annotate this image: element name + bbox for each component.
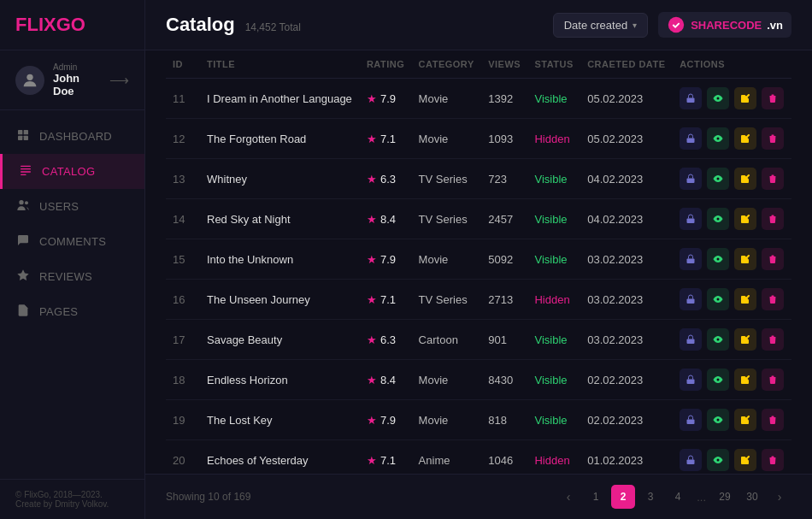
pages-icon: [15, 304, 31, 320]
table-footer: Showing 10 of 169 ‹ 1 2 3 4 ... 29 30 ›: [145, 474, 812, 519]
rating-value: 7.9: [380, 92, 396, 105]
lock-button[interactable]: [680, 127, 702, 150]
cell-category: TV Series: [412, 199, 482, 239]
page-2-button[interactable]: 2: [611, 485, 635, 509]
sidebar-item-dashboard[interactable]: DASHBOARD: [0, 119, 144, 154]
svg-rect-15: [687, 139, 695, 144]
page-1-button[interactable]: 1: [584, 485, 608, 509]
view-button[interactable]: [707, 127, 729, 150]
col-status: STATUS: [527, 50, 580, 79]
next-page-button[interactable]: ›: [768, 485, 791, 509]
sidebar-item-catalog[interactable]: CATALOG: [0, 154, 144, 189]
lock-button[interactable]: [680, 87, 702, 109]
showing-text: Showing 10 of 169: [166, 491, 250, 503]
delete-button[interactable]: [762, 87, 784, 109]
top-bar: Catalog 14,452 Total Date created ▾ SHAR…: [145, 0, 812, 50]
edit-button[interactable]: [734, 248, 756, 270]
view-button[interactable]: [707, 369, 729, 391]
user-info: Admin John Doe: [53, 62, 101, 97]
table-row: 15 Into the Unknown ★ 7.9 Movie 5092 Vis…: [166, 239, 791, 280]
lock-button[interactable]: [680, 288, 702, 310]
edit-button[interactable]: [734, 208, 756, 230]
svg-rect-25: [687, 339, 695, 345]
page-ellipsis: ...: [693, 491, 709, 504]
lock-button[interactable]: [680, 449, 702, 471]
edit-button[interactable]: [734, 127, 756, 150]
pagination: ‹ 1 2 3 4 ... 29 30 ›: [556, 485, 791, 509]
rating-value: 7.1: [380, 133, 396, 145]
svg-point-0: [26, 74, 32, 80]
cell-category: Cartoon: [412, 320, 482, 360]
delete-button[interactable]: [762, 168, 784, 190]
svg-rect-5: [21, 166, 31, 167]
svg-rect-13: [687, 98, 695, 103]
date-filter-button[interactable]: Date created ▾: [553, 13, 648, 38]
cell-category: Anime: [412, 440, 482, 475]
edit-button[interactable]: [734, 369, 756, 391]
sidebar-item-users[interactable]: USERS: [0, 189, 144, 224]
cell-category: Movie: [412, 400, 482, 440]
lock-button[interactable]: [680, 208, 702, 230]
delete-button[interactable]: [762, 248, 784, 270]
view-button[interactable]: [707, 449, 729, 471]
view-button[interactable]: [707, 168, 729, 190]
view-button[interactable]: [707, 208, 729, 230]
lock-button[interactable]: [680, 369, 702, 391]
cell-rating: ★ 8.4: [360, 199, 412, 239]
sidebar-item-comments[interactable]: COMMENTS: [0, 224, 144, 259]
cell-status: Hidden: [527, 440, 580, 475]
table-row: 19 The Lost Key ★ 7.9 Movie 818 Visible …: [166, 400, 791, 440]
edit-button[interactable]: [734, 328, 756, 351]
edit-button[interactable]: [734, 168, 756, 190]
cell-views: 1392: [481, 79, 527, 119]
view-button[interactable]: [707, 87, 729, 109]
svg-marker-11: [17, 269, 28, 280]
svg-rect-4: [24, 136, 28, 140]
lock-button[interactable]: [680, 409, 702, 431]
edit-button[interactable]: [734, 87, 756, 109]
page-4-button[interactable]: 4: [666, 485, 690, 509]
catalog-icon: [18, 163, 33, 180]
cell-views: 723: [481, 159, 527, 199]
lock-button[interactable]: [680, 168, 702, 190]
lock-button[interactable]: [680, 248, 702, 270]
cell-id: 13: [166, 159, 200, 199]
view-button[interactable]: [707, 409, 729, 431]
svg-rect-8: [21, 174, 26, 175]
user-role: Admin: [53, 62, 101, 72]
edit-button[interactable]: [734, 449, 756, 471]
view-button[interactable]: [707, 328, 729, 351]
rating-value: 8.4: [380, 374, 396, 386]
sidebar-item-pages[interactable]: PAGES: [0, 294, 144, 329]
view-button[interactable]: [707, 248, 729, 270]
delete-button[interactable]: [762, 208, 784, 230]
table-row: 18 Endless Horizon ★ 8.4 Movie 8430 Visi…: [166, 360, 791, 400]
prev-page-button[interactable]: ‹: [556, 485, 580, 509]
svg-point-9: [19, 200, 23, 204]
delete-button[interactable]: [762, 328, 784, 351]
cell-date: 03.02.2023: [580, 320, 673, 360]
svg-point-32: [717, 459, 720, 462]
view-button[interactable]: [707, 288, 729, 310]
page-30-button[interactable]: 30: [740, 485, 764, 509]
cell-date: 02.02.2023: [580, 400, 673, 440]
delete-button[interactable]: [762, 288, 784, 310]
logout-button[interactable]: ⟶: [109, 72, 129, 88]
sidebar-item-reviews[interactable]: REVIEWS: [0, 259, 144, 294]
cell-actions: [673, 320, 791, 360]
delete-button[interactable]: [762, 369, 784, 391]
cell-id: 17: [166, 320, 200, 360]
main-content: Catalog 14,452 Total Date created ▾ SHAR…: [145, 0, 812, 519]
delete-button[interactable]: [762, 127, 784, 150]
delete-button[interactable]: [762, 449, 784, 471]
delete-button[interactable]: [762, 409, 784, 431]
edit-button[interactable]: [734, 409, 756, 431]
svg-point-16: [717, 138, 720, 140]
lock-button[interactable]: [680, 328, 702, 351]
page-3-button[interactable]: 3: [638, 485, 662, 509]
rating-value: 6.3: [380, 333, 396, 346]
cell-status: Visible: [527, 79, 580, 119]
page-29-button[interactable]: 29: [713, 485, 737, 509]
edit-button[interactable]: [734, 288, 756, 310]
cell-actions: [673, 239, 791, 280]
